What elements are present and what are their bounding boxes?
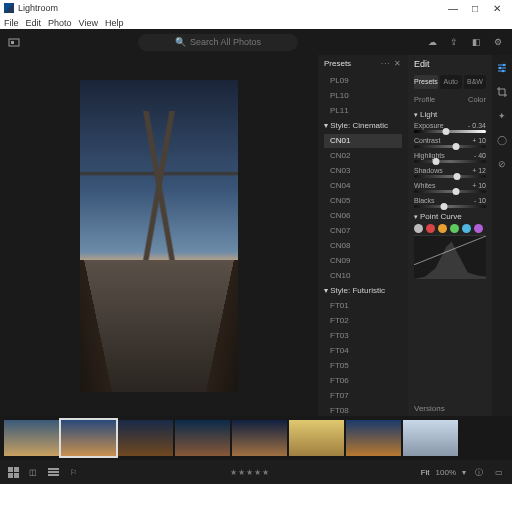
filmstrip-thumb[interactable] — [232, 420, 287, 456]
healing-icon[interactable]: ✦ — [495, 109, 509, 123]
tab-presets[interactable]: Presets — [414, 75, 438, 89]
point-curve-box[interactable] — [414, 235, 486, 279]
search-input[interactable]: 🔍 Search All Photos — [138, 34, 298, 51]
workspace: Presets ··· ✕ PL09PL10PL11▾ Style: Cinem… — [0, 55, 512, 416]
menu-file[interactable]: File — [4, 18, 19, 28]
preset-item[interactable]: CN06 — [324, 209, 402, 223]
filmstrip-thumb[interactable] — [61, 420, 116, 456]
preset-item[interactable]: CN03 — [324, 164, 402, 178]
curve-swatch[interactable] — [414, 224, 423, 233]
preset-item[interactable]: PL09 — [324, 74, 402, 88]
app-logo-icon — [4, 3, 14, 13]
zoom-dropdown-icon[interactable]: ▾ — [462, 468, 466, 477]
maximize-button[interactable]: □ — [464, 3, 486, 14]
filmstrip-thumb[interactable] — [346, 420, 401, 456]
presets-more-icon[interactable]: ··· ✕ — [381, 59, 402, 68]
zoom-value[interactable]: 100% — [436, 468, 456, 477]
stack-view-icon[interactable] — [46, 465, 60, 479]
presets-title: Presets — [324, 59, 351, 68]
cloud-status-icon[interactable]: ☁ — [424, 34, 440, 50]
preset-item[interactable]: FT07 — [324, 389, 402, 403]
fit-label[interactable]: Fit — [421, 468, 430, 477]
preset-list: PL09PL10PL11▾ Style: CinematicCN01CN02CN… — [324, 74, 402, 416]
edit-tabs: Presets Auto B&W — [414, 75, 486, 89]
svg-point-7 — [503, 64, 506, 67]
close-button[interactable]: ✕ — [486, 3, 508, 14]
preset-item[interactable]: FT08 — [324, 404, 402, 416]
menu-view[interactable]: View — [79, 18, 98, 28]
flag-icon[interactable]: ⚐ — [66, 465, 80, 479]
tag-icon[interactable]: ◧ — [468, 34, 484, 50]
preset-group[interactable]: ▾ Style: Cinematic — [324, 119, 402, 133]
slider-contrast[interactable]: Contrast+ 10 — [414, 137, 486, 148]
filmstrip-thumb[interactable] — [289, 420, 344, 456]
preset-group[interactable]: ▾ Style: Futuristic — [324, 284, 402, 298]
preset-item[interactable]: PL11 — [324, 104, 402, 118]
slider-shadows[interactable]: Shadows+ 12 — [414, 167, 486, 178]
layout-toggle-icon[interactable]: ▭ — [492, 465, 506, 479]
profile-value[interactable]: Color — [468, 95, 486, 104]
menu-edit[interactable]: Edit — [26, 18, 42, 28]
curve-swatch[interactable] — [438, 224, 447, 233]
preset-item[interactable]: FT06 — [324, 374, 402, 388]
preset-item[interactable]: CN07 — [324, 224, 402, 238]
redeye-icon[interactable]: ⊘ — [495, 157, 509, 171]
curve-swatch[interactable] — [474, 224, 483, 233]
preset-item[interactable]: CN01 — [324, 134, 402, 148]
edit-title: Edit — [414, 59, 486, 69]
filmstrip-thumb[interactable] — [118, 420, 173, 456]
svg-line-3 — [414, 236, 486, 265]
os-titlebar: Lightroom — □ ✕ — [0, 0, 512, 16]
preset-item[interactable]: FT03 — [324, 329, 402, 343]
versions-label[interactable]: Versions — [414, 404, 445, 413]
preset-item[interactable]: PL10 — [324, 89, 402, 103]
tab-auto[interactable]: Auto — [440, 75, 462, 89]
edit-sliders-icon[interactable] — [495, 61, 509, 75]
filmstrip-thumb[interactable] — [4, 420, 59, 456]
filmstrip-thumb[interactable] — [175, 420, 230, 456]
grid-view-icon[interactable] — [6, 465, 20, 479]
slider-exposure[interactable]: Exposure- 0.34 — [414, 122, 486, 133]
filmstrip[interactable] — [0, 416, 512, 460]
preset-item[interactable]: FT05 — [324, 359, 402, 373]
compare-view-icon[interactable]: ◫ — [26, 465, 40, 479]
minimize-button[interactable]: — — [442, 3, 464, 14]
info-icon[interactable]: ⓘ — [472, 465, 486, 479]
top-toolbar: 🔍 Search All Photos ☁ ⇪ ◧ ⚙ — [0, 29, 512, 55]
preset-item[interactable]: CN10 — [324, 269, 402, 283]
share-icon[interactable]: ⇪ — [446, 34, 462, 50]
preset-item[interactable]: CN05 — [324, 194, 402, 208]
preset-item[interactable]: FT02 — [324, 314, 402, 328]
section-point-curve[interactable]: Point Curve — [414, 212, 486, 221]
preset-item[interactable]: CN09 — [324, 254, 402, 268]
slider-whites[interactable]: Whites+ 10 — [414, 182, 486, 193]
preset-item[interactable]: CN08 — [324, 239, 402, 253]
preset-item[interactable]: CN04 — [324, 179, 402, 193]
menu-photo[interactable]: Photo — [48, 18, 72, 28]
photo-preview — [80, 80, 238, 392]
preset-item[interactable]: FT04 — [324, 344, 402, 358]
preset-item[interactable]: FT01 — [324, 299, 402, 313]
curve-swatch[interactable] — [450, 224, 459, 233]
slider-blacks[interactable]: Blacks- 10 — [414, 197, 486, 208]
curve-swatches — [414, 224, 486, 233]
menu-bar: File Edit Photo View Help — [0, 16, 512, 29]
crop-icon[interactable] — [495, 85, 509, 99]
canvas-area[interactable] — [0, 55, 318, 416]
status-bar: ◫ ⚐ ★★★★★ Fit 100% ▾ ⓘ ▭ — [0, 460, 512, 484]
rating-stars[interactable]: ★★★★★ — [230, 468, 270, 477]
slider-highlights[interactable]: Highlights- 40 — [414, 152, 486, 163]
masking-icon[interactable]: ◯ — [495, 133, 509, 147]
curve-swatch[interactable] — [426, 224, 435, 233]
curve-swatch[interactable] — [462, 224, 471, 233]
tab-bw[interactable]: B&W — [464, 75, 486, 89]
settings-icon[interactable]: ⚙ — [490, 34, 506, 50]
app-title: Lightroom — [18, 3, 58, 13]
my-photos-button[interactable] — [6, 34, 22, 50]
section-light[interactable]: Light — [414, 110, 486, 119]
app-body: 🔍 Search All Photos ☁ ⇪ ◧ ⚙ Presets ··· … — [0, 29, 512, 484]
preset-item[interactable]: CN02 — [324, 149, 402, 163]
menu-help[interactable]: Help — [105, 18, 124, 28]
filmstrip-thumb[interactable] — [403, 420, 458, 456]
svg-point-8 — [499, 67, 502, 70]
